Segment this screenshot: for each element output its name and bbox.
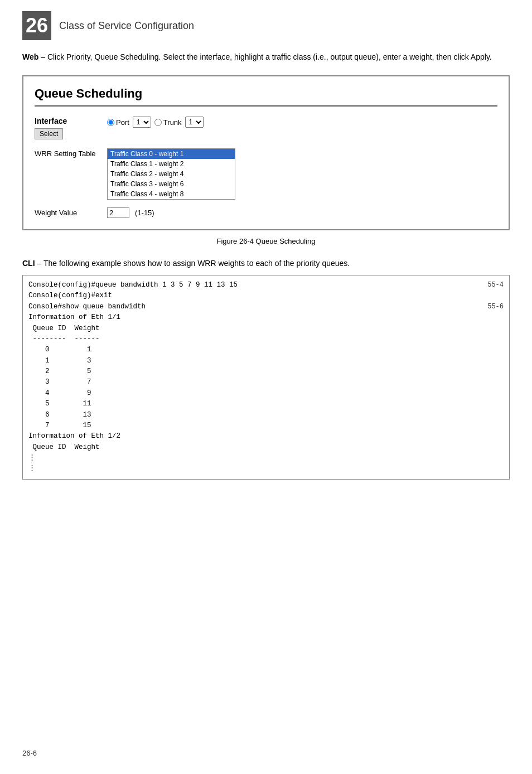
port-select[interactable]: 1	[133, 117, 151, 128]
code-line: Queue ID Weight	[28, 323, 504, 334]
code-line: 4 9	[28, 388, 504, 399]
code-line: 3 7	[28, 377, 504, 388]
weight-row: Weight Value (1-15)	[35, 207, 497, 218]
code-line: ⋮	[28, 463, 504, 474]
wrr-list: Traffic Class 0 - weight 1 Traffic Class…	[108, 149, 235, 199]
code-ref	[487, 399, 504, 409]
interface-row: Interface Select Port 1 Trunk 1	[35, 117, 497, 139]
code-ref	[487, 453, 504, 463]
trunk-radio-text: Trunk	[163, 118, 182, 127]
port-radio-text: Port	[116, 118, 129, 127]
code-text: 3 7	[28, 377, 91, 388]
select-button[interactable]: Select	[35, 128, 63, 139]
code-text: Information of Eth 1/1	[28, 312, 120, 323]
list-item[interactable]: Traffic Class 0 - weight 1	[108, 149, 235, 159]
weight-input[interactable]	[107, 207, 129, 218]
code-ref	[487, 356, 504, 366]
list-item[interactable]: Traffic Class 2 - weight 4	[108, 169, 235, 179]
code-text: ⋮	[28, 463, 36, 474]
code-text: Console(config)#queue bandwidth 1 3 5 7 …	[28, 280, 238, 291]
code-line: 1 3	[28, 356, 504, 366]
code-line: 5 11	[28, 399, 504, 409]
code-ref	[487, 377, 504, 388]
trunk-select[interactable]: 1	[185, 117, 204, 128]
chapter-icon: 26	[22, 11, 51, 40]
code-text: 7 15	[28, 420, 91, 431]
code-text: 5 11	[28, 399, 91, 409]
code-line: 6 13	[28, 410, 504, 420]
code-ref	[487, 323, 504, 334]
trunk-radio[interactable]	[154, 119, 162, 126]
code-text: Console#show queue bandwidth	[28, 302, 146, 312]
interface-controls: Port 1 Trunk 1	[107, 117, 204, 128]
code-ref	[487, 312, 504, 323]
weight-range: (1-15)	[135, 209, 154, 217]
code-line: Console(config)#exit	[28, 291, 504, 301]
code-line: Information of Eth 1/1	[28, 312, 504, 323]
code-line: ⋮	[28, 453, 504, 463]
intro-text: Web – Click Priority, Queue Scheduling. …	[22, 51, 510, 63]
code-line: Queue ID Weight	[28, 442, 504, 453]
code-line: 0 1	[28, 345, 504, 355]
code-line: 2 5	[28, 366, 504, 377]
port-radio-label[interactable]: Port	[107, 118, 129, 127]
page-header: 26 Class of Service Configuration	[22, 11, 510, 40]
code-text: 6 13	[28, 410, 91, 420]
intro-bold: Web	[22, 52, 38, 61]
code-line: -------- ------	[28, 334, 504, 345]
code-text: Queue ID Weight	[28, 442, 100, 453]
weight-label: Weight Value	[35, 209, 107, 217]
wrr-label: WRR Setting Table	[35, 148, 107, 158]
code-ref	[487, 345, 504, 355]
code-ref	[487, 291, 504, 301]
code-ref: 55-6	[471, 302, 504, 312]
list-item[interactable]: Traffic Class 3 - weight 6	[108, 179, 235, 189]
code-text: -------- ------	[28, 334, 100, 345]
code-ref	[487, 442, 504, 453]
code-ref: 55-4	[471, 280, 504, 291]
code-text: Queue ID Weight	[28, 323, 100, 334]
port-radio[interactable]	[107, 119, 114, 126]
wrr-row: WRR Setting Table Traffic Class 0 - weig…	[35, 148, 497, 200]
code-ref	[487, 431, 504, 442]
page-footer: 26-6	[22, 749, 37, 757]
code-text: 1 3	[28, 356, 91, 366]
trunk-radio-label[interactable]: Trunk	[154, 118, 182, 127]
code-ref	[487, 410, 504, 420]
code-ref	[487, 420, 504, 431]
code-text: Console(config)#exit	[28, 291, 112, 301]
cli-rest: – The following example shows how to ass…	[35, 259, 350, 268]
code-line: Console(config)#queue bandwidth 1 3 5 7 …	[28, 280, 504, 291]
cli-text: CLI – The following example shows how to…	[22, 258, 510, 269]
list-item[interactable]: Traffic Class 1 - weight 2	[108, 159, 235, 169]
code-text: Information of Eth 1/2	[28, 431, 120, 442]
code-line: Information of Eth 1/2	[28, 431, 504, 442]
code-text: 4 9	[28, 388, 91, 399]
chapter-title: Class of Service Configuration	[59, 20, 194, 32]
queue-scheduling-box: Queue Scheduling Interface Select Port 1…	[22, 75, 510, 230]
list-item[interactable]: Traffic Class 4 - weight 8	[108, 189, 235, 199]
code-line: Console#show queue bandwidth 55-6	[28, 302, 504, 312]
chapter-number: 26	[26, 14, 48, 37]
code-ref	[487, 366, 504, 377]
interface-label: Interface	[35, 117, 107, 125]
code-text: 0 1	[28, 345, 91, 355]
code-ref	[487, 463, 504, 474]
wrr-list-wrapper: Traffic Class 0 - weight 1 Traffic Class…	[107, 148, 235, 200]
code-block: Console(config)#queue bandwidth 1 3 5 7 …	[22, 275, 510, 480]
code-line: 7 15	[28, 420, 504, 431]
interface-label-col: Interface Select	[35, 117, 107, 139]
figure-caption: Figure 26-4 Queue Scheduling	[22, 237, 510, 245]
code-ref	[487, 334, 504, 345]
code-text: ⋮	[28, 453, 36, 463]
cli-bold: CLI	[22, 259, 35, 268]
qs-title: Queue Scheduling	[35, 86, 497, 107]
code-ref	[487, 388, 504, 399]
code-text: 2 5	[28, 366, 91, 377]
